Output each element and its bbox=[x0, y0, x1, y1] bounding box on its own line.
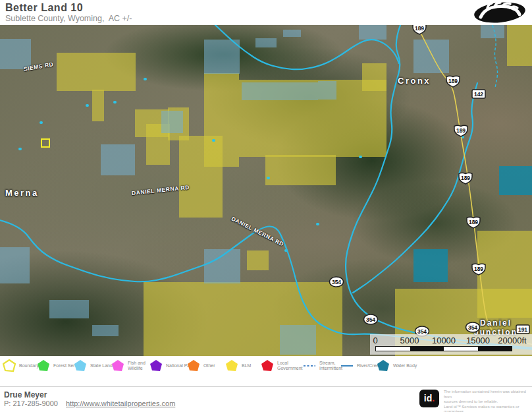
svg-text:189: 189 bbox=[461, 175, 470, 181]
disclaimer-text: The information contained herein was obt… bbox=[444, 390, 532, 412]
scale-label: 0 bbox=[373, 336, 377, 345]
legend-swatch bbox=[377, 359, 390, 372]
agent-phone: P: 217-285-9000 bbox=[4, 399, 58, 407]
legend-swatch bbox=[187, 359, 200, 372]
svg-text:354: 354 bbox=[332, 279, 341, 285]
property-boundary bbox=[41, 138, 50, 148]
website-link[interactable]: http://www.whitetailproperties.com bbox=[66, 399, 175, 407]
legend-swatch bbox=[303, 359, 316, 372]
legend-item-other: Other bbox=[187, 359, 215, 372]
legend-item-local: Local Government bbox=[261, 359, 303, 372]
legend-swatch bbox=[37, 359, 50, 372]
highway-shield-354: 354 bbox=[329, 276, 344, 292]
road-label: DANIEL MERNA RD bbox=[131, 184, 190, 196]
highway-shield-189: 189 bbox=[412, 25, 427, 38]
footer: Drue Meyer P: 217-285-9000 http://www.wh… bbox=[0, 386, 532, 412]
map-report-page: Better Land 10 Sublette County, Wyoming,… bbox=[0, 0, 532, 412]
svg-text:189: 189 bbox=[415, 25, 424, 32]
svg-text:354: 354 bbox=[417, 328, 427, 335]
page-title: Better Land 10 bbox=[5, 2, 83, 14]
svg-text:354: 354 bbox=[366, 316, 375, 323]
highway-shield-189: 189 bbox=[445, 74, 461, 91]
scale-bar-checker bbox=[375, 346, 512, 351]
scale-label: 20000ft bbox=[498, 336, 526, 345]
svg-text:189: 189 bbox=[474, 266, 483, 272]
legend-item-blm: BLM bbox=[225, 359, 251, 372]
legend-item-fish: Fish and Wildlife bbox=[111, 359, 146, 372]
legend-swatch bbox=[74, 359, 87, 372]
legend-item-boundary: Boundary bbox=[3, 359, 39, 372]
svg-text:189: 189 bbox=[456, 127, 466, 134]
legend-swatch bbox=[3, 359, 16, 372]
header: Better Land 10 Sublette County, Wyoming,… bbox=[0, 0, 532, 25]
whitetail-antler-logo-icon bbox=[473, 1, 527, 26]
map-legend: BoundaryForest ServicState LandFish and … bbox=[0, 356, 532, 386]
highway-shield-189: 189 bbox=[453, 124, 469, 140]
highway-shield-189: 189 bbox=[458, 171, 473, 188]
scale-label: 15000 bbox=[466, 336, 490, 345]
legend-item-river/creek: River/Creek bbox=[340, 359, 381, 372]
legend-swatch bbox=[149, 359, 163, 372]
road-label: DANIEL MERNA RD bbox=[230, 216, 285, 248]
legend-swatch bbox=[340, 359, 354, 372]
town-label: Cronx bbox=[398, 76, 431, 86]
page-subtitle: Sublette County, Wyoming, AC +/- bbox=[5, 14, 132, 23]
svg-text:354: 354 bbox=[468, 324, 477, 331]
legend-item-water: Water Body bbox=[377, 359, 417, 372]
map-scale-bar: 05000100001500020000ft bbox=[370, 334, 532, 355]
legend-item-state: State Land bbox=[74, 359, 113, 372]
map-label-layer: MernaCronxDaniel JunctionSIEMS RDDANIEL … bbox=[0, 25, 532, 356]
town-label: Merna bbox=[5, 188, 39, 198]
legend-swatch bbox=[111, 359, 124, 372]
svg-text:191: 191 bbox=[518, 326, 527, 333]
road-label: SIEMS RD bbox=[23, 61, 54, 73]
svg-text:142: 142 bbox=[474, 91, 483, 98]
scale-label: 5000 bbox=[400, 336, 419, 345]
highway-shield-189: 189 bbox=[466, 216, 481, 232]
scale-label: 10000 bbox=[432, 336, 456, 345]
highway-shield-354: 354 bbox=[363, 313, 379, 330]
legend-item-stream: Stream, Intermittent bbox=[303, 359, 342, 372]
land-id-logo-icon: id. bbox=[419, 390, 439, 407]
svg-text:189: 189 bbox=[448, 78, 458, 84]
legend-swatch bbox=[261, 359, 274, 372]
satellite-map[interactable]: MernaCronxDaniel JunctionSIEMS RDDANIEL … bbox=[0, 25, 532, 356]
highway-shield-142: 142 bbox=[471, 88, 487, 104]
legend-swatch bbox=[225, 359, 238, 372]
svg-text:189: 189 bbox=[469, 219, 478, 225]
highway-shield-189: 189 bbox=[471, 262, 487, 279]
agent-name: Drue Meyer bbox=[4, 390, 47, 399]
